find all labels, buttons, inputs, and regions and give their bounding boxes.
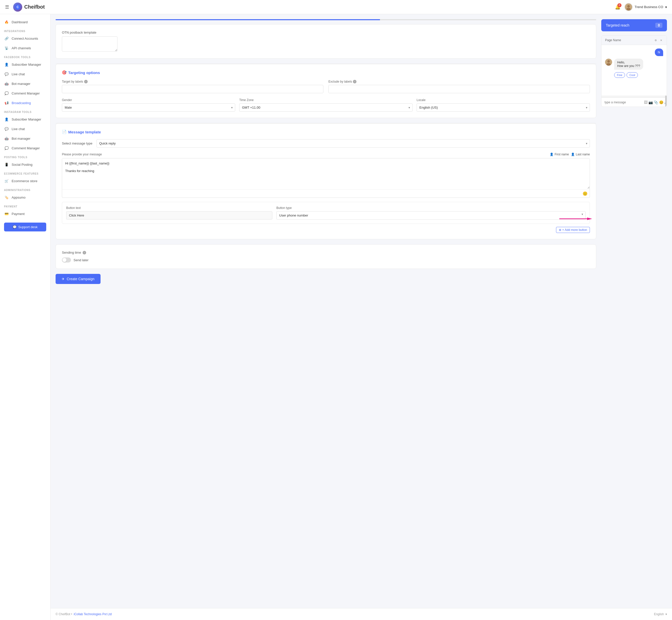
sidebar-item-ig-subscriber[interactable]: 👤 Subscriber Manager [0,114,50,124]
sidebar-item-broadcasting[interactable]: 📢 Broadcasting [0,98,50,108]
sidebar-item-connect-accounts[interactable]: 🔗 Connect Accounts [0,34,50,43]
last-name-tag[interactable]: 👤 Last name [571,153,590,156]
chat-outgoing-msg: hi [605,49,663,56]
sidebar-item-appsumo[interactable]: 🏷️ Appsumo [0,193,50,202]
first-name-tag[interactable]: 👤 First name [550,153,569,156]
otn-label: OTN postback template [62,31,590,34]
connect-icon: 🔗 [4,36,9,41]
broadcast-icon: 📢 [4,100,9,105]
sidebar-item-fb-subscriber[interactable]: 👤 Subscriber Manager [0,60,50,69]
sidebar-item-label: API channels [12,46,31,50]
add-more-button[interactable]: ⊕ + Add more button [556,227,590,233]
chat-input-icons: 🖼 📷 📎 😊 🔗 ⊞ [644,100,667,104]
fb-subscriber-icon: 👤 [4,62,9,67]
quick-replies-row: Fine Cool [614,72,663,78]
exclude-labels-info-icon[interactable]: i [353,80,356,84]
arrow-annotation [559,217,592,220]
sidebar-item-fb-comment[interactable]: 💭 Comment Manager [0,89,50,98]
sidebar-item-ig-comment[interactable]: 💭 Comment Manager [0,143,50,153]
sidebar-item-ecommerce[interactable]: 🛒 Ecommerce store [0,176,50,186]
emoji-picker-icon[interactable]: 😊 [659,100,663,104]
app-name: Cheifbot [24,4,45,10]
arrow-svg [559,217,592,220]
create-campaign-button[interactable]: ✈ Create Campaign [56,274,101,284]
timezone-select-wrapper: GMT +11.00 [239,103,413,112]
svg-point-3 [627,5,630,8]
chat-preview-actions: ⚙ ✕ [654,38,663,42]
sidebar-item-label: Subscriber Manager [12,117,41,121]
otn-section: OTN postback template [56,24,596,59]
sidebar-item-api-channels[interactable]: 📡 API channels [0,43,50,53]
footer-language-selector[interactable]: English ▾ [654,612,667,616]
locale-group: Locale English (US) [417,98,590,112]
user-info[interactable]: Trend Business CO ▾ [624,3,667,11]
quick-reply-cool[interactable]: Cool [626,72,638,78]
button-text-label: Button text [66,206,272,210]
support-desk-button[interactable]: 💬 Support desk [4,222,46,231]
quick-reply-fine[interactable]: Fine [614,72,625,78]
image-icon[interactable]: 🖼 [644,100,648,104]
sidebar-item-payment[interactable]: 💳 Payment [0,209,50,218]
chat-close-icon[interactable]: ✕ [659,38,663,42]
message-body-label: Please provide your message [62,153,102,156]
button-text-input[interactable] [66,211,272,219]
timezone-select[interactable]: GMT +11.00 [239,103,413,112]
api-icon: 📡 [4,46,9,51]
target-by-labels-group: Target by labels i [62,80,323,93]
targeting-labels-grid: Target by labels i Exclude by labels i [62,80,590,93]
send-later-toggle[interactable] [62,257,71,262]
sidebar-item-label: Dashboard [12,20,28,24]
gender-select[interactable]: Male Female All [62,103,235,112]
social-icon: 📱 [4,162,9,167]
sidebar-item-dashboard[interactable]: 🔥 Dashboard [0,17,50,27]
scroll-hint [56,19,596,20]
button-row: Button text Button type User phone numbe… [66,206,585,219]
add-more-btn-row: ⊕ + Add more button [62,227,590,233]
sidebar-item-fb-livechat[interactable]: 💬 Live chat [0,69,50,79]
sending-time-info-icon[interactable]: i [83,251,86,254]
footer: © CheifBot • iCollab Technologies Pvt Lt… [51,608,672,620]
sidebar-item-fb-botmanager[interactable]: 🤖 Bot manager [0,79,50,89]
top-bar: ☰ C Cheifbot 🔔 0 Trend Business CO ▾ [0,0,672,14]
gif-icon[interactable]: 📷 [649,100,653,104]
message-type-select[interactable]: Quick reply Text Image [97,139,590,148]
svg-point-8 [607,60,610,63]
sidebar-item-ig-botmanager[interactable]: 🤖 Bot manager [0,134,50,143]
notification-bell[interactable]: 🔔 0 [615,4,620,10]
chat-preview-header: Page Name ⚙ ✕ [602,36,667,45]
hamburger-icon[interactable]: ☰ [5,4,9,10]
targeting-icon: 🎯 [62,70,67,75]
target-labels-info-icon[interactable]: i [84,80,88,84]
button-text-field: Button text [66,206,272,219]
message-template-section: 📄 Message template Select message type Q… [56,123,596,239]
sending-time-section: Sending time i Send later [56,244,596,269]
chat-input[interactable] [605,101,642,104]
attachment-icon[interactable]: 📎 [654,100,658,104]
chat-bubble-in: Hello, How are you ??? [614,59,643,70]
footer-link[interactable]: iCollab Technologies Pvt Ltd [74,612,112,616]
sidebar-item-label: Broadcasting [12,101,31,105]
sidebar-item-ig-livechat[interactable]: 💬 Live chat [0,124,50,134]
person-icon: 👤 [550,153,554,156]
message-textarea[interactable]: Hi {{first_name}} {{last_name}} Thanks f… [62,158,590,189]
sidebar-item-label: Bot manager [12,137,30,141]
user-dropdown-icon[interactable]: ▾ [665,5,667,9]
gender-label: Gender [62,98,235,102]
fb-comment-icon: 💭 [4,91,9,96]
exclude-by-labels-input[interactable] [328,85,590,93]
sidebar-item-social-posting[interactable]: 📱 Social Posting [0,160,50,169]
timezone-label: Time Zone [239,98,413,102]
footer-left: © CheifBot • iCollab Technologies Pvt Lt… [56,612,112,616]
target-by-labels-input[interactable] [62,85,323,93]
svg-point-9 [607,63,611,66]
toggle-row: Send later [62,257,590,262]
otn-input[interactable] [62,36,117,52]
button-type-select[interactable]: User phone number URL Postback [276,211,585,219]
sidebar-section-payment: PAYMENT [0,202,50,209]
emoji-icon[interactable]: 🙂 [582,191,587,196]
targeting-title: 🎯 Targeting options [62,70,590,75]
locale-select[interactable]: English (US) [417,103,590,112]
ig-comment-icon: 💭 [4,146,9,151]
sidebar-section-posting: POSTING TOOLS [0,153,50,160]
chat-settings-icon[interactable]: ⚙ [654,38,658,42]
